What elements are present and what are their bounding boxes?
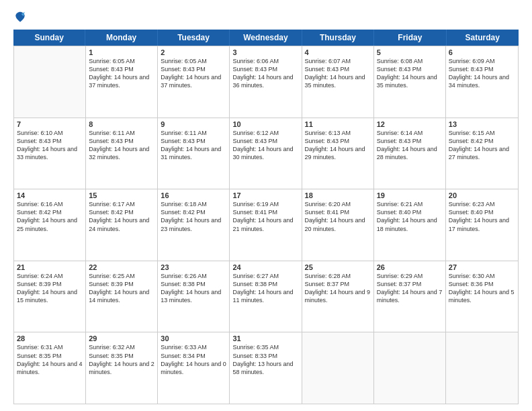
cell-details: Sunrise: 6:09 AMSunset: 8:43 PMDaylight:…: [449, 57, 515, 90]
calendar-cell: 15Sunrise: 6:17 AMSunset: 8:42 PMDayligh…: [86, 189, 158, 261]
cell-details: Sunrise: 6:19 AMSunset: 8:41 PMDaylight:…: [232, 200, 298, 233]
day-number: 4: [305, 48, 371, 56]
day-number: 27: [449, 263, 515, 271]
calendar: SundayMondayTuesdayWednesdayThursdayFrid…: [13, 30, 519, 404]
cell-details: Sunrise: 6:29 AMSunset: 8:37 PMDaylight:…: [377, 272, 443, 305]
calendar-cell: 8Sunrise: 6:11 AMSunset: 8:43 PMDaylight…: [86, 118, 158, 189]
day-number: 29: [89, 334, 154, 342]
calendar-cell: 13Sunrise: 6:15 AMSunset: 8:42 PMDayligh…: [446, 118, 518, 189]
day-number: 3: [232, 48, 298, 56]
cell-details: Sunrise: 6:05 AMSunset: 8:43 PMDaylight:…: [161, 57, 226, 90]
cell-details: Sunrise: 6:07 AMSunset: 8:43 PMDaylight:…: [305, 57, 371, 90]
cell-details: Sunrise: 6:32 AMSunset: 8:35 PMDaylight:…: [89, 343, 154, 376]
cell-details: Sunrise: 6:14 AMSunset: 8:43 PMDaylight:…: [377, 129, 443, 162]
calendar-week-1: 1Sunrise: 6:05 AMSunset: 8:43 PMDaylight…: [14, 46, 518, 118]
day-number: 30: [161, 334, 226, 342]
calendar-cell: 24Sunrise: 6:27 AMSunset: 8:38 PMDayligh…: [230, 261, 302, 332]
header-day-monday: Monday: [85, 30, 157, 46]
day-number: 10: [232, 120, 298, 128]
day-number: 19: [377, 191, 443, 199]
calendar-cell: 4Sunrise: 6:07 AMSunset: 8:43 PMDaylight…: [302, 46, 374, 118]
logo: [13, 11, 30, 24]
cell-details: Sunrise: 6:27 AMSunset: 8:38 PMDaylight:…: [232, 272, 298, 305]
day-number: 28: [17, 334, 83, 342]
calendar-cell: 11Sunrise: 6:13 AMSunset: 8:43 PMDayligh…: [302, 118, 374, 189]
calendar-cell: 14Sunrise: 6:16 AMSunset: 8:42 PMDayligh…: [14, 189, 86, 261]
calendar-cell: [446, 332, 518, 404]
calendar-week-4: 21Sunrise: 6:24 AMSunset: 8:39 PMDayligh…: [14, 261, 518, 333]
day-number: 2: [161, 48, 226, 56]
calendar-cell: [374, 332, 446, 404]
cell-details: Sunrise: 6:15 AMSunset: 8:42 PMDaylight:…: [449, 129, 515, 162]
calendar-cell: 31Sunrise: 6:35 AMSunset: 8:33 PMDayligh…: [230, 332, 302, 404]
cell-details: Sunrise: 6:25 AMSunset: 8:39 PMDaylight:…: [89, 272, 154, 305]
cell-details: Sunrise: 6:17 AMSunset: 8:42 PMDaylight:…: [89, 200, 154, 233]
calendar-week-2: 7Sunrise: 6:10 AMSunset: 8:43 PMDaylight…: [14, 118, 518, 190]
cell-details: Sunrise: 6:11 AMSunset: 8:43 PMDaylight:…: [161, 129, 226, 162]
page: SundayMondayTuesdayWednesdayThursdayFrid…: [0, 0, 532, 411]
header-day-friday: Friday: [374, 30, 446, 46]
calendar-cell: 30Sunrise: 6:33 AMSunset: 8:34 PMDayligh…: [158, 332, 230, 404]
day-number: 23: [161, 263, 226, 271]
cell-details: Sunrise: 6:16 AMSunset: 8:42 PMDaylight:…: [17, 200, 83, 233]
calendar-cell: 17Sunrise: 6:19 AMSunset: 8:41 PMDayligh…: [230, 189, 302, 261]
calendar-cell: 1Sunrise: 6:05 AMSunset: 8:43 PMDaylight…: [86, 46, 158, 118]
day-number: 1: [89, 48, 154, 56]
calendar-cell: 7Sunrise: 6:10 AMSunset: 8:43 PMDaylight…: [14, 118, 86, 189]
calendar-cell: 6Sunrise: 6:09 AMSunset: 8:43 PMDaylight…: [446, 46, 518, 118]
calendar-cell: 26Sunrise: 6:29 AMSunset: 8:37 PMDayligh…: [374, 261, 446, 332]
cell-details: Sunrise: 6:31 AMSunset: 8:35 PMDaylight:…: [17, 343, 83, 376]
header-day-wednesday: Wednesday: [230, 30, 302, 46]
calendar-body: 1Sunrise: 6:05 AMSunset: 8:43 PMDaylight…: [13, 46, 519, 404]
cell-details: Sunrise: 6:33 AMSunset: 8:34 PMDaylight:…: [161, 343, 226, 376]
calendar-cell: 27Sunrise: 6:30 AMSunset: 8:36 PMDayligh…: [446, 261, 518, 332]
header-day-thursday: Thursday: [302, 30, 374, 46]
header: [13, 11, 519, 24]
header-day-sunday: Sunday: [13, 30, 85, 46]
calendar-cell: 19Sunrise: 6:21 AMSunset: 8:40 PMDayligh…: [374, 189, 446, 261]
day-number: 15: [89, 191, 154, 199]
calendar-cell: 16Sunrise: 6:18 AMSunset: 8:42 PMDayligh…: [158, 189, 230, 261]
cell-details: Sunrise: 6:08 AMSunset: 8:43 PMDaylight:…: [377, 57, 443, 90]
cell-details: Sunrise: 6:18 AMSunset: 8:42 PMDaylight:…: [161, 200, 226, 233]
calendar-cell: 5Sunrise: 6:08 AMSunset: 8:43 PMDaylight…: [374, 46, 446, 118]
calendar-cell: 18Sunrise: 6:20 AMSunset: 8:41 PMDayligh…: [302, 189, 374, 261]
calendar-cell: 10Sunrise: 6:12 AMSunset: 8:43 PMDayligh…: [230, 118, 302, 189]
calendar-cell: 25Sunrise: 6:28 AMSunset: 8:37 PMDayligh…: [302, 261, 374, 332]
header-day-saturday: Saturday: [447, 30, 519, 46]
calendar-week-5: 28Sunrise: 6:31 AMSunset: 8:35 PMDayligh…: [14, 332, 518, 404]
calendar-cell: [14, 46, 86, 118]
cell-details: Sunrise: 6:28 AMSunset: 8:37 PMDaylight:…: [305, 272, 371, 305]
cell-details: Sunrise: 6:35 AMSunset: 8:33 PMDaylight:…: [232, 343, 298, 376]
cell-details: Sunrise: 6:20 AMSunset: 8:41 PMDaylight:…: [305, 200, 371, 233]
calendar-cell: [302, 332, 374, 404]
day-number: 26: [377, 263, 443, 271]
day-number: 16: [161, 191, 226, 199]
calendar-cell: 9Sunrise: 6:11 AMSunset: 8:43 PMDaylight…: [158, 118, 230, 189]
day-number: 11: [305, 120, 371, 128]
day-number: 21: [17, 263, 83, 271]
calendar-cell: 2Sunrise: 6:05 AMSunset: 8:43 PMDaylight…: [158, 46, 230, 118]
day-number: 5: [377, 48, 443, 56]
cell-details: Sunrise: 6:30 AMSunset: 8:36 PMDaylight:…: [449, 272, 515, 305]
day-number: 22: [89, 263, 154, 271]
cell-details: Sunrise: 6:21 AMSunset: 8:40 PMDaylight:…: [377, 200, 443, 233]
cell-details: Sunrise: 6:11 AMSunset: 8:43 PMDaylight:…: [89, 129, 154, 162]
cell-details: Sunrise: 6:06 AMSunset: 8:43 PMDaylight:…: [232, 57, 298, 90]
calendar-week-3: 14Sunrise: 6:16 AMSunset: 8:42 PMDayligh…: [14, 189, 518, 261]
cell-details: Sunrise: 6:05 AMSunset: 8:43 PMDaylight:…: [89, 57, 154, 90]
cell-details: Sunrise: 6:26 AMSunset: 8:38 PMDaylight:…: [161, 272, 226, 305]
header-day-tuesday: Tuesday: [158, 30, 230, 46]
calendar-cell: 29Sunrise: 6:32 AMSunset: 8:35 PMDayligh…: [86, 332, 158, 404]
calendar-cell: 28Sunrise: 6:31 AMSunset: 8:35 PMDayligh…: [14, 332, 86, 404]
day-number: 7: [17, 120, 83, 128]
logo-icon: [13, 11, 27, 24]
calendar-cell: 20Sunrise: 6:23 AMSunset: 8:40 PMDayligh…: [446, 189, 518, 261]
day-number: 20: [449, 191, 515, 199]
day-number: 8: [89, 120, 154, 128]
day-number: 13: [449, 120, 515, 128]
day-number: 18: [305, 191, 371, 199]
cell-details: Sunrise: 6:10 AMSunset: 8:43 PMDaylight:…: [17, 129, 83, 162]
day-number: 31: [232, 334, 298, 342]
calendar-header: SundayMondayTuesdayWednesdayThursdayFrid…: [13, 30, 519, 46]
